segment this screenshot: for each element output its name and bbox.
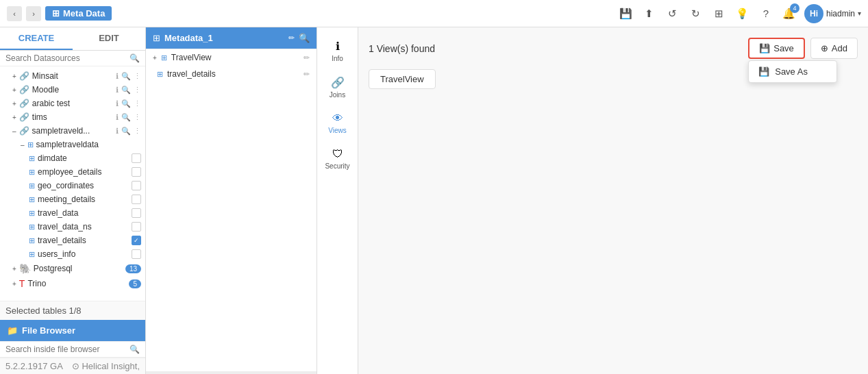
view-chip-label: TravelView xyxy=(380,74,424,84)
expand-icon: + xyxy=(12,265,16,273)
mid-panel-list: + ⊞ TravelView ✏ ⊞ travel_details ✏ xyxy=(146,49,317,371)
left-panel: CREATE EDIT 🔍 + 🔗 Minsait ℹ 🔍 ⋮ + 🔗 Mood… xyxy=(0,27,146,374)
more-icon[interactable]: ⋮ xyxy=(134,99,141,108)
datasource-item-postgresql[interactable]: + 🐘 Postgresql 13 xyxy=(0,261,145,276)
search-small-icon[interactable]: 🔍 xyxy=(121,72,131,81)
nav-item-joins[interactable]: 🔗 Joins xyxy=(317,71,358,104)
datasource-name: sampletraveld... xyxy=(32,126,113,136)
checkbox-dimdate[interactable] xyxy=(132,153,141,163)
table-item-traveldetails[interactable]: ⊞ travel_details ✓ xyxy=(0,234,145,247)
topbar-right: 💾 ⬆ ↺ ↻ ⊞ 💡 ? 🔔 4 Hi hiadmin ▾ xyxy=(618,4,861,23)
tabs-row: CREATE EDIT xyxy=(0,27,145,51)
table-icon: ⊞ xyxy=(29,236,35,245)
topbar-left: ‹ › ⊞ Meta Data xyxy=(7,6,612,21)
search-icon[interactable]: 🔍 xyxy=(299,33,310,43)
table-item-traveldatans[interactable]: ⊞ travel_data_ns xyxy=(0,220,145,234)
breadcrumb-icon: ⊞ xyxy=(52,8,60,18)
table-item-traveldata[interactable]: ⊞ travel_data xyxy=(0,206,145,220)
refresh1-icon[interactable]: ↺ xyxy=(665,5,681,22)
info-icon[interactable]: ℹ xyxy=(116,113,119,122)
share-icon[interactable]: ⬆ xyxy=(641,5,658,22)
info-icon[interactable]: ℹ xyxy=(116,127,119,136)
nav-item-views[interactable]: 👁 Views xyxy=(317,107,358,140)
more-icon[interactable]: ⋮ xyxy=(134,127,141,136)
mid-item-traveldetails[interactable]: ⊞ travel_details ✏ xyxy=(146,66,317,82)
nav-label-joins: Joins xyxy=(330,91,345,99)
datasource-item-tims[interactable]: + 🔗 tims ℹ 🔍 ⋮ xyxy=(0,110,145,124)
add-icon: ⊕ xyxy=(821,43,828,53)
file-browser-button[interactable]: 📁 File Browser xyxy=(0,320,145,341)
checkbox-usersinfo[interactable] xyxy=(132,249,141,259)
datasource-item-minsait[interactable]: + 🔗 Minsait ℹ 🔍 ⋮ xyxy=(0,69,145,83)
nav-item-security[interactable]: 🛡 Security xyxy=(317,142,358,175)
expand-icon: + xyxy=(12,86,16,94)
tab-edit[interactable]: EDIT xyxy=(73,27,145,50)
info-icon[interactable]: ℹ xyxy=(116,72,119,81)
mid-panel-title: Metadata_1 xyxy=(164,33,284,43)
table-name: meeting_details xyxy=(38,195,129,204)
file-search-input[interactable] xyxy=(5,345,127,354)
checkbox-meeting[interactable] xyxy=(132,195,141,204)
table-name: geo_cordinates xyxy=(38,181,129,190)
help-icon[interactable]: ? xyxy=(758,5,774,22)
mid-item-travelview[interactable]: + ⊞ TravelView ✏ xyxy=(146,49,317,66)
table-item-geo[interactable]: ⊞ geo_cordinates xyxy=(0,179,145,192)
datasource-search-bar: 🔍 xyxy=(0,51,145,66)
table-item-usersinfo[interactable]: ⊞ users_info xyxy=(0,247,145,261)
item-name: travel_details xyxy=(167,69,299,79)
nav-item-info[interactable]: ℹ Info xyxy=(317,34,358,68)
checkbox-traveldetails[interactable]: ✓ xyxy=(132,236,141,245)
layout-icon[interactable]: ⊞ xyxy=(711,5,728,22)
nav-forward-button[interactable]: › xyxy=(26,6,41,21)
save-button[interactable]: 💾 Save xyxy=(748,38,805,59)
search-small-icon[interactable]: 🔍 xyxy=(121,99,131,108)
expand-icon: + xyxy=(12,114,16,121)
edit-small-icon[interactable]: ✏ xyxy=(303,70,310,79)
datasource-item-moodle[interactable]: + 🔗 Moodle ℹ 🔍 ⋮ xyxy=(0,83,145,97)
more-icon[interactable]: ⋮ xyxy=(134,113,141,122)
link-icon: 🔗 xyxy=(19,71,29,81)
search-small-icon[interactable]: 🔍 xyxy=(121,127,131,136)
info-icon[interactable]: ℹ xyxy=(116,99,119,108)
view-chip-travelview[interactable]: TravelView xyxy=(369,69,436,89)
datasource-item-arabic[interactable]: + 🔗 arabic test ℹ 🔍 ⋮ xyxy=(0,97,145,110)
refresh2-icon[interactable]: ↻ xyxy=(688,5,704,22)
bell-icon[interactable]: 🔔 4 xyxy=(781,5,797,22)
search-small-icon[interactable]: 🔍 xyxy=(121,113,131,122)
version-bar: 5.2.2.1917 GA ⊙ Helical Insight, xyxy=(0,358,145,374)
table-item-dimdate[interactable]: ⊞ dimdate xyxy=(0,151,145,165)
topbar: ‹ › ⊞ Meta Data 💾 ⬆ ↺ ↻ ⊞ 💡 ? 🔔 4 Hi hia… xyxy=(0,0,868,27)
save-as-item[interactable]: 💾 Save As xyxy=(749,61,836,82)
checkbox-traveldatans[interactable] xyxy=(132,222,141,232)
datasource-item-sampletraveldata[interactable]: – ⊞ sampletraveldata xyxy=(0,138,145,151)
more-icon[interactable]: ⋮ xyxy=(134,72,141,81)
more-icon[interactable]: ⋮ xyxy=(134,86,141,95)
user-menu[interactable]: Hi hiadmin ▾ xyxy=(804,4,861,23)
save-as-icon: 💾 xyxy=(758,66,769,77)
table-item-meeting[interactable]: ⊞ meeting_details xyxy=(0,192,145,206)
datasource-name: arabic test xyxy=(32,99,113,108)
search-small-icon[interactable]: 🔍 xyxy=(121,86,131,95)
checkbox-traveldata[interactable] xyxy=(132,208,141,218)
datasource-search-input[interactable] xyxy=(5,53,127,63)
edit-small-icon[interactable]: ✏ xyxy=(303,53,310,62)
bulb-icon[interactable]: 💡 xyxy=(734,5,751,22)
tab-create[interactable]: CREATE xyxy=(0,27,73,50)
nav-back-button[interactable]: ‹ xyxy=(7,6,22,21)
info-icon[interactable]: ℹ xyxy=(116,86,119,95)
checkbox-geo[interactable] xyxy=(132,181,141,190)
table-item-employee[interactable]: ⊞ employee_details xyxy=(0,165,145,179)
datasource-name: tims xyxy=(32,112,113,122)
breadcrumb[interactable]: ⊞ Meta Data xyxy=(45,6,112,21)
edit-icon[interactable]: ✏ xyxy=(288,34,295,42)
datasource-item-trino[interactable]: + T Trino 5 xyxy=(0,276,145,291)
item-name: TravelView xyxy=(171,53,299,62)
checkbox-employee[interactable] xyxy=(132,167,141,177)
datasource-item-sampletraveld[interactable]: – 🔗 sampletraveld... ℹ 🔍 ⋮ xyxy=(0,124,145,138)
link-icon: 🔗 xyxy=(19,85,29,95)
table-name: dimdate xyxy=(38,153,129,163)
resize-handle[interactable] xyxy=(146,371,317,374)
expand-icon: – xyxy=(21,141,25,149)
save-icon[interactable]: 💾 xyxy=(618,5,634,22)
add-button[interactable]: ⊕ Add xyxy=(810,38,858,59)
